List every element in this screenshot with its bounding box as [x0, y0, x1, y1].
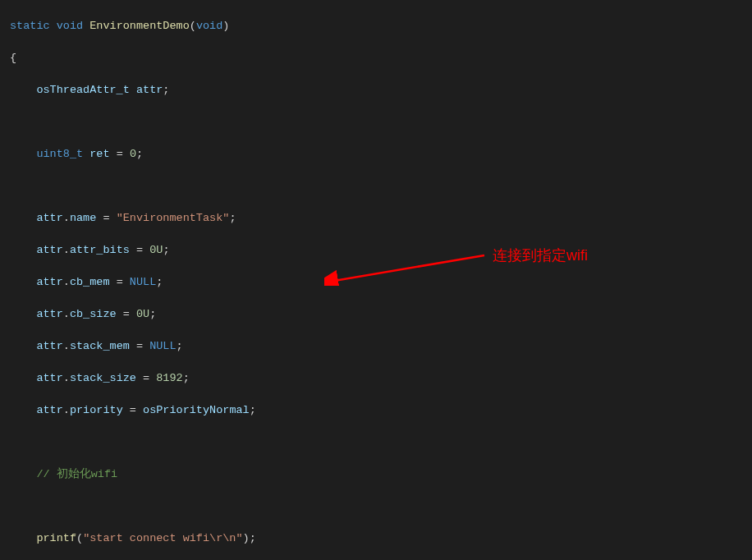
code-line: attr.stack_mem = NULL;: [10, 338, 752, 355]
code-line: osThreadAttr_t attr;: [10, 82, 752, 99]
code-line: printf("start connect wifi\r\n");: [10, 530, 752, 547]
code-line: static void EnvironmentDemo(void): [10, 18, 752, 34]
code-line: [10, 498, 752, 515]
code-line: [10, 434, 752, 451]
code-line: [10, 178, 752, 195]
code-line: {: [10, 50, 752, 67]
code-line: attr.priority = osPriorityNormal;: [10, 402, 752, 419]
code-line: attr.cb_size = 0U;: [10, 306, 752, 323]
code-line: attr.stack_size = 8192;: [10, 370, 752, 387]
code-line: attr.cb_mem = NULL;: [10, 274, 752, 291]
code-line: attr.name = "EnvironmentTask";: [10, 210, 752, 227]
code-line: // 初始化wifi: [10, 466, 752, 483]
code-line: [10, 114, 752, 131]
code-line: uint8_t ret = 0;: [10, 146, 752, 163]
code-editor[interactable]: static void EnvironmentDemo(void) { osTh…: [0, 0, 752, 560]
code-line: attr.attr_bits = 0U;: [10, 242, 752, 259]
